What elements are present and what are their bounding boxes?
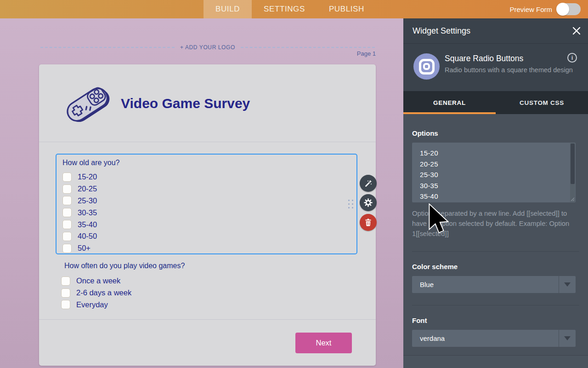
panel-bottom-strip [403,355,588,368]
delete-question-button[interactable] [360,214,377,231]
checkbox[interactable] [62,196,72,205]
option-label: Once a week [76,276,120,285]
option-label: 50+ [78,244,90,253]
scrollbar-thumb[interactable] [571,144,575,184]
form-canvas: + ADD YOUR LOGO Page 1 [0,18,403,368]
option-row: 25-30 [62,195,356,207]
widget-description: Radio buttons with a square themed desig… [445,66,573,74]
tab-general[interactable]: GENERAL [403,91,496,114]
option-row: 50+ [62,242,356,254]
checkbox[interactable] [62,184,72,194]
option-line: 20-25 [420,159,576,170]
form-body-section: How old are you? 15-20 20-25 25-30 [39,142,376,319]
option-label: 25-30 [78,196,97,205]
game-controller-icon [62,82,113,126]
form-builder-app: BUILD SETTINGS PUBLISH Preview Form + AD… [0,0,588,368]
tab-settings[interactable]: SETTINGS [252,0,317,18]
preview-form-toggle[interactable] [557,3,581,15]
dropdown-arrow-box [559,330,576,347]
page-indicator: Page 1 [357,50,376,57]
toggle-knob [556,3,569,16]
option-label: 2-6 days a week [76,288,131,297]
panel-title: Widget Settings [413,26,470,36]
font-section: Font verdana [412,305,579,356]
option-row: 15-20 [62,171,356,183]
question-label: How often do you play video games? [64,262,185,270]
option-row: Everyday [61,299,185,311]
checkbox[interactable] [62,244,72,253]
panel-content: Options 15-20 20-25 25-30 30-35 35-40 Op… [403,114,588,356]
widget-settings-panel: Widget Settings Square Radio Buttons Rad… [403,18,588,368]
dashed-divider [241,47,375,48]
tab-build[interactable]: BUILD [204,0,252,18]
gear-icon [364,198,373,207]
font-value: verdana [420,334,445,342]
option-line: 25-30 [420,169,576,180]
tab-custom-css[interactable]: CUSTOM CSS [496,91,588,114]
form-footer-section: Next [39,319,376,365]
options-section: Options 15-20 20-25 25-30 30-35 35-40 Op… [412,114,579,252]
option-label: 30-35 [78,208,97,217]
option-label: 35-40 [78,220,97,229]
option-row: 2-6 days a week [61,287,185,299]
options-textarea[interactable]: 15-20 20-25 25-30 30-35 35-40 [412,143,576,202]
chevron-down-icon [564,336,571,340]
form-header-section[interactable]: Video Game Survey [39,64,376,142]
tab-publish[interactable]: PUBLISH [317,0,376,18]
close-icon[interactable] [571,26,582,36]
preview-form-control: Preview Form [509,0,581,18]
next-button[interactable]: Next [295,333,352,353]
checkbox[interactable] [62,172,72,182]
option-row: 35-40 [62,218,356,230]
question-label: How old are you? [62,159,356,167]
panel-tab-bar: GENERAL CUSTOM CSS [403,91,588,114]
resize-grip-icon[interactable] [570,197,575,201]
trash-icon [365,218,372,226]
magic-wand-icon [364,179,373,188]
options-label: Options [412,129,579,137]
top-tabs: BUILD SETTINGS PUBLISH [204,0,376,18]
widget-info-section: Square Radio Buttons Radio buttons with … [403,44,588,91]
preview-form-label: Preview Form [509,6,552,13]
font-label: Font [412,316,579,324]
wand-properties-button[interactable] [360,175,377,192]
square-radio-widget-icon [413,53,440,80]
option-line: 30-35 [420,180,576,191]
add-logo-button[interactable]: + ADD YOUR LOGO [175,44,241,51]
settings-gear-button[interactable] [360,194,377,211]
option-list: 15-20 20-25 25-30 30-35 [62,171,356,254]
option-row: 30-35 [62,207,356,218]
dropdown-arrow-box [559,276,576,293]
form-preview-card: Video Game Survey How old are you? 15-20… [39,64,376,366]
option-row: 40-50 [62,230,356,242]
chevron-down-icon [564,282,571,287]
color-scheme-value: Blue [420,281,434,288]
active-tab-underline [403,112,496,114]
panel-header: Widget Settings [403,18,588,44]
option-row: Once a week [61,275,185,287]
question-age-selected[interactable]: How old are you? 15-20 20-25 25-30 [56,154,357,254]
drag-handle[interactable] [348,200,354,209]
checkbox[interactable] [62,208,72,217]
checkbox[interactable] [62,220,72,229]
top-navigation-bar: BUILD SETTINGS PUBLISH Preview Form [0,0,588,18]
add-logo-row: + ADD YOUR LOGO [40,44,375,51]
color-scheme-select[interactable]: Blue [412,276,576,293]
options-help-text: Options separated by a new line. Add [[s… [412,208,577,239]
color-scheme-label: Color scheme [412,263,579,270]
font-select[interactable]: verdana [412,330,576,347]
dashed-divider [40,47,175,48]
option-line: 35-40 [420,191,576,202]
info-icon[interactable]: i [567,53,577,63]
checkbox[interactable] [61,300,70,309]
question-frequency[interactable]: How often do you play video games? Once … [61,262,185,310]
checkbox[interactable] [62,232,72,241]
widget-name: Square Radio Buttons [445,54,523,63]
checkbox[interactable] [61,276,70,286]
option-label: Everyday [76,300,108,309]
color-scheme-section: Color scheme Blue [412,252,579,305]
checkbox[interactable] [61,288,70,298]
option-label: 20-25 [78,184,97,193]
scrollbar-track[interactable] [570,143,575,202]
form-title: Video Game Survey [121,96,250,111]
